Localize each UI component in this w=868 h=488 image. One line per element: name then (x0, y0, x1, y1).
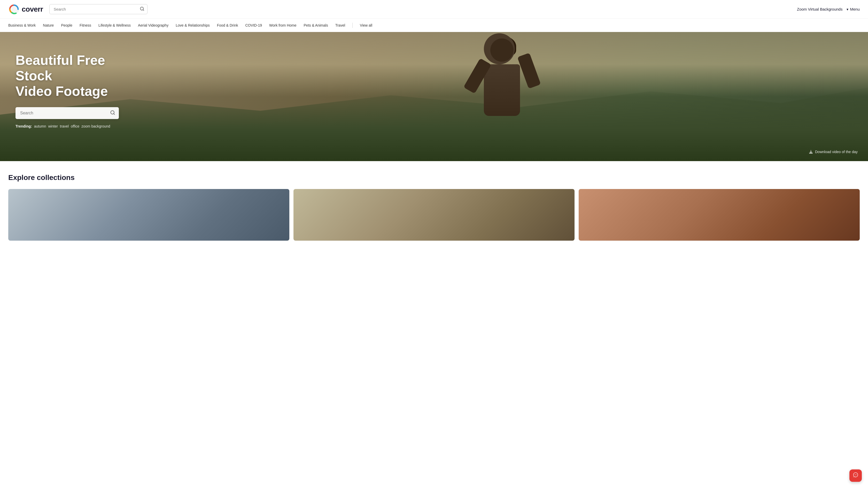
person-body (466, 38, 538, 157)
hero-download-link[interactable]: Download video of the day (809, 150, 858, 154)
chevron-down-icon: ▾ (846, 7, 848, 11)
collection-card-bg-0 (8, 189, 289, 241)
header-search-container (49, 4, 148, 14)
hero-search-icon (110, 110, 115, 116)
nav-item-wfh[interactable]: Work from Home (269, 23, 297, 27)
nav-item-travel[interactable]: Travel (335, 23, 345, 27)
trending-zoom[interactable]: zoom background (82, 124, 110, 128)
person-arm-right (517, 53, 541, 89)
collection-card-bg-1 (293, 189, 575, 241)
collections-section: Explore collections (0, 161, 868, 249)
hero-search-container (16, 107, 119, 119)
collections-grid (8, 189, 860, 241)
nav-item-business-work[interactable]: Business & Work (8, 23, 36, 27)
nav-item-viewall[interactable]: View all (360, 23, 372, 27)
person-torso (484, 64, 520, 116)
logo-text: coverr (22, 5, 43, 13)
svg-line-4 (114, 113, 115, 115)
header-search-input[interactable] (49, 4, 148, 14)
collection-card-1[interactable] (293, 189, 575, 241)
nav-item-covid[interactable]: COVID-19 (245, 23, 262, 27)
nav-item-fitness[interactable]: Fitness (80, 23, 91, 27)
zoom-bg-link[interactable]: Zoom Virtual Backgrounds (797, 7, 842, 11)
nav-item-love[interactable]: Love & Relationships (176, 23, 210, 27)
hero-person (466, 38, 538, 157)
trending-label: Trending: (16, 124, 32, 128)
nav-item-nature[interactable]: Nature (43, 23, 54, 27)
menu-label: Menu (850, 7, 860, 11)
logo-icon (8, 4, 20, 15)
trending-office[interactable]: office (71, 124, 79, 128)
header-right: Zoom Virtual Backgrounds ▾ Menu (797, 7, 860, 11)
header: coverr Zoom Virtual Backgrounds ▾ Menu (0, 0, 868, 19)
nav-item-pets[interactable]: Pets & Animals (304, 23, 328, 27)
download-label: Download video of the day (815, 150, 858, 154)
download-icon (809, 150, 813, 154)
collections-title: Explore collections (8, 173, 860, 182)
collection-card-2[interactable] (579, 189, 860, 241)
hero-section: Beautiful Free Stock Video Footage Trend… (0, 32, 868, 161)
nav-item-people[interactable]: People (61, 23, 72, 27)
hero-title: Beautiful Free Stock Video Footage (16, 53, 140, 99)
person-head (490, 38, 514, 62)
collection-card-0[interactable] (8, 189, 289, 241)
logo[interactable]: coverr (8, 4, 43, 15)
nav-item-lifestyle[interactable]: Lifestyle & Wellness (98, 23, 131, 27)
nav-item-food[interactable]: Food & Drink (217, 23, 238, 27)
svg-rect-5 (809, 153, 812, 153)
trending-winter[interactable]: winter (48, 124, 58, 128)
trending-travel[interactable]: travel (60, 124, 69, 128)
hero-search-input[interactable] (16, 107, 119, 119)
hero-content: Beautiful Free Stock Video Footage Trend… (0, 32, 155, 149)
nav-item-aerial[interactable]: Aerial Videography (138, 23, 168, 27)
menu-button[interactable]: ▾ Menu (846, 7, 860, 11)
trending-autumn[interactable]: autumn (34, 124, 46, 128)
trending-area: Trending: autumn winter travel office zo… (16, 124, 140, 128)
collection-card-bg-2 (579, 189, 860, 241)
main-nav: Business & Work Nature People Fitness Li… (0, 19, 868, 32)
